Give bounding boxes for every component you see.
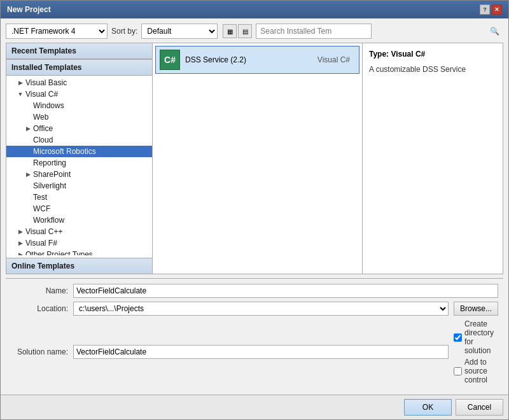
expand-icon: ▶ — [24, 125, 32, 132]
name-input[interactable] — [73, 284, 498, 298]
create-dir-row: Create directory for solution — [454, 319, 498, 355]
main-content: Recent Templates Installed Templates ▶Vi… — [6, 43, 503, 274]
source-control-checkbox[interactable] — [454, 367, 462, 375]
dialog-title: New Project — [7, 5, 51, 14]
ok-button[interactable]: OK — [404, 399, 452, 416]
expand-icon: ▶ — [17, 228, 24, 235]
source-control-label: Add to source control — [464, 358, 498, 384]
tree-item-web[interactable]: Web — [6, 111, 152, 123]
name-label: Name: — [11, 286, 68, 295]
tree-item-reporting[interactable]: Reporting — [6, 157, 152, 169]
template-language: Visual C# — [317, 55, 350, 64]
tree-item-wcf[interactable]: WCF — [6, 203, 152, 214]
tree-item-other-project-types[interactable]: ▶Other Project Types — [6, 249, 152, 255]
type-description: A customizable DSS Service — [369, 64, 496, 75]
sort-label: Sort by: — [111, 27, 137, 36]
templates-list: C#DSS Service (2.2)Visual C# — [153, 43, 363, 274]
tree-item-test[interactable]: Test — [6, 192, 152, 203]
search-icon: 🔍 — [490, 27, 499, 36]
online-templates-header: Online Templates — [6, 258, 152, 274]
source-control-row: Add to source control — [454, 358, 498, 384]
tree-item-label: Visual C# — [25, 90, 58, 99]
solution-label: Solution name: — [11, 347, 68, 356]
expand-icon: ▶ — [17, 251, 24, 255]
tree-item-label: Silverlight — [33, 181, 66, 190]
title-bar: New Project ? ✕ — [1, 1, 508, 18]
solution-row: Solution name: Create directory for solu… — [11, 319, 498, 384]
tree-item-label: Reporting — [33, 158, 66, 167]
tree-item-label: Web — [33, 113, 48, 122]
tree-item-label: Cloud — [33, 136, 53, 144]
dialog-buttons: OK Cancel — [1, 395, 508, 419]
tree-item-label: Visual F# — [25, 239, 57, 248]
online-section: Online Templates — [6, 258, 152, 274]
tree-item-label: Office — [33, 124, 53, 133]
template-icon: C# — [160, 50, 180, 70]
tree-item-microsoft-robotics[interactable]: Microsoft Robotics — [6, 146, 152, 157]
template-item[interactable]: C#DSS Service (2.2)Visual C# — [155, 46, 359, 74]
framework-select[interactable]: .NET Framework 4 — [6, 24, 108, 39]
tree-item-cloud[interactable]: Cloud — [6, 134, 152, 146]
left-panel: Recent Templates Installed Templates ▶Vi… — [6, 43, 153, 274]
tree-item-label: Workflow — [33, 216, 64, 225]
name-row: Name: — [11, 284, 498, 298]
create-dir-checkbox[interactable] — [454, 333, 462, 342]
cancel-button[interactable]: Cancel — [456, 399, 503, 416]
tree-item-label: Windows — [33, 101, 64, 110]
bottom-form: Name: Location: c:\users\...\Projects Br… — [6, 278, 503, 389]
search-input[interactable] — [256, 24, 372, 39]
solution-input[interactable] — [73, 345, 449, 359]
title-bar-buttons: ? ✕ — [480, 4, 502, 15]
create-dir-label: Create directory for solution — [464, 319, 498, 355]
expand-icon: ▶ — [24, 171, 32, 178]
browse-button[interactable]: Browse... — [454, 302, 498, 316]
view-buttons: ▦ ▤ — [223, 24, 252, 38]
checkboxes: Create directory for solution Add to sou… — [454, 319, 498, 384]
template-name: DSS Service (2.2) — [185, 55, 312, 64]
tree-item-label: Other Project Types — [25, 250, 93, 255]
template-tree: ▶Visual Basic▼Visual C#WindowsWeb▶Office… — [6, 76, 152, 255]
tree-item-visual-c++[interactable]: ▶Visual C++ — [6, 226, 152, 237]
tile-view-button[interactable]: ▦ — [223, 24, 237, 38]
right-panel: Type: Visual C# A customizable DSS Servi… — [363, 43, 503, 274]
tree-item-visual-basic[interactable]: ▶Visual Basic — [6, 77, 152, 88]
installed-templates-header: Installed Templates — [6, 59, 152, 76]
tree-item-windows[interactable]: Windows — [6, 100, 152, 111]
expand-icon: ▶ — [17, 240, 24, 246]
tree-item-visual-c#[interactable]: ▼Visual C# — [6, 88, 152, 100]
expand-icon: ▶ — [17, 80, 24, 86]
dialog-body: .NET Framework 4 Sort by: Default ▦ ▤ 🔍 … — [1, 18, 508, 395]
close-button[interactable]: ✕ — [492, 4, 502, 15]
recent-templates-header: Recent Templates — [6, 43, 152, 59]
tree-item-label: SharePoint — [33, 170, 71, 179]
tree-item-label: Visual C++ — [25, 227, 62, 236]
search-wrapper: 🔍 — [256, 24, 503, 39]
sort-select[interactable]: Default — [141, 24, 218, 39]
tree-item-label: Microsoft Robotics — [33, 147, 96, 156]
tree-item-visual-f#[interactable]: ▶Visual F# — [6, 237, 152, 249]
new-project-dialog: New Project ? ✕ .NET Framework 4 Sort by… — [0, 0, 509, 420]
top-toolbar: .NET Framework 4 Sort by: Default ▦ ▤ 🔍 — [6, 24, 503, 39]
help-button[interactable]: ? — [480, 4, 490, 15]
tree-item-sharepoint[interactable]: ▶SharePoint — [6, 169, 152, 180]
tree-item-silverlight[interactable]: Silverlight — [6, 180, 152, 192]
location-label: Location: — [11, 304, 68, 313]
tree-item-label: Visual Basic — [25, 78, 67, 87]
type-label: Type: Visual C# — [369, 50, 496, 59]
tree-item-workflow[interactable]: Workflow — [6, 214, 152, 226]
tree-item-label: WCF — [33, 204, 50, 213]
location-row: Location: c:\users\...\Projects Browse..… — [11, 302, 498, 316]
list-view-button[interactable]: ▤ — [238, 24, 252, 38]
location-select[interactable]: c:\users\...\Projects — [73, 302, 449, 316]
expand-icon: ▼ — [17, 91, 24, 97]
tree-item-office[interactable]: ▶Office — [6, 123, 152, 134]
tree-item-label: Test — [33, 193, 47, 202]
